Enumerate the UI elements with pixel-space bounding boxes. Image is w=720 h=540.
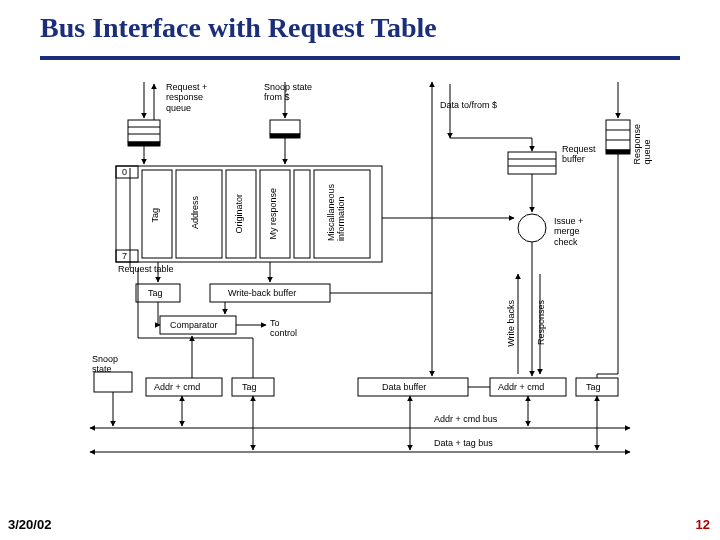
footer-date: 3/20/02: [8, 517, 51, 532]
page-title: Bus Interface with Request Table: [40, 12, 437, 44]
svg-rect-8: [270, 134, 300, 138]
label-data-tofrom-cache: Data to/from $: [440, 100, 497, 110]
svg-rect-53: [508, 152, 556, 174]
label-request-buffer: Request buffer: [562, 144, 596, 165]
svg-rect-3: [128, 142, 160, 146]
label-req-resp-queue: Request + response queue: [166, 82, 207, 113]
label-row-7: 7: [122, 251, 127, 261]
label-responses: Responses: [536, 300, 546, 345]
diagram-svg: [70, 78, 650, 478]
label-to-control: To control: [270, 318, 297, 339]
label-originator-col: Originator: [234, 194, 244, 234]
label-issue-merge-check: Issue + merge check: [554, 216, 583, 247]
label-address-col: Address: [190, 196, 200, 229]
svg-rect-62: [606, 120, 630, 150]
label-snoop-state-from-cache: Snoop state from $: [264, 82, 312, 103]
label-tag-box: Tag: [148, 288, 163, 298]
svg-rect-35: [94, 372, 132, 392]
svg-rect-7: [270, 120, 300, 134]
label-tag-col: Tag: [150, 208, 160, 223]
label-addr-cmd-right: Addr + cmd: [498, 382, 544, 392]
label-my-response-col: My response: [268, 188, 278, 240]
label-addr-cmd-bus: Addr + cmd bus: [434, 414, 497, 424]
label-request-table: Request table: [118, 264, 174, 274]
label-row-0: 0: [122, 167, 127, 177]
footer-page-number: 12: [696, 517, 710, 532]
label-misc-info-col: Miscallaneous information: [326, 184, 346, 241]
label-writeback-buffer: Write-back buffer: [228, 288, 296, 298]
label-addr-cmd-left: Addr + cmd: [154, 382, 200, 392]
svg-point-58: [518, 214, 546, 242]
label-data-tag-bus: Data + tag bus: [434, 438, 493, 448]
label-comparator: Comparator: [170, 320, 218, 330]
label-write-backs: Write backs: [506, 300, 516, 347]
label-data-buffer: Data buffer: [382, 382, 426, 392]
svg-rect-0: [128, 120, 160, 142]
label-tag-left: Tag: [242, 382, 257, 392]
label-snoop-state: Snoop state: [92, 354, 118, 375]
svg-rect-65: [606, 150, 630, 154]
label-tag-right: Tag: [586, 382, 601, 392]
title-rule: [40, 56, 680, 60]
label-response-queue: Response queue: [632, 124, 652, 165]
diagram: Request + response queue Snoop state fro…: [70, 78, 650, 478]
